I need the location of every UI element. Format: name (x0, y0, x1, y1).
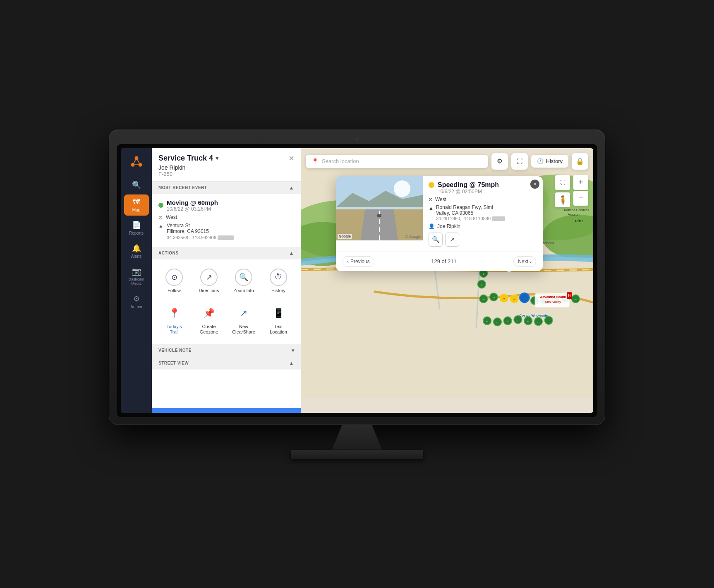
popup-search-button[interactable]: 🔍 (429, 233, 443, 247)
svg-text:←: ← (516, 318, 520, 322)
popup-address-street: Ronald Reagan Fwy, Simi (436, 204, 505, 210)
sidebar-item-map[interactable]: 🗺 Map (124, 194, 149, 216)
fullscreen-button[interactable]: ⛶ (511, 153, 528, 170)
svg-rect-80 (377, 214, 381, 217)
popup-event-row: Speeding @ 75mph 10/6/22 @ 02:50PM (429, 181, 537, 194)
settings-icon: ⚙ (497, 157, 503, 165)
section-actions-header[interactable]: ACTIONS ▲ (152, 247, 301, 259)
next-button[interactable]: Next › (513, 256, 536, 267)
popup-address-row: ▲ Ronald Reagan Fwy, Simi Valley, CA 930… (429, 204, 537, 221)
map-background: Piru Buckhorn Rancho Camulos Museum 📍 12… (301, 148, 593, 413)
event-address-detail: Ventura St Fillmore, CA 93015 34.393568,… (167, 223, 234, 240)
text-location-button[interactable]: 📱 TextLocation (263, 300, 294, 339)
create-geozone-button[interactable]: 📌 CreateGeozone (193, 300, 225, 339)
svg-text:←: ← (537, 320, 540, 324)
zoom-into-button[interactable]: 🔍 Zoom Into (228, 264, 259, 297)
history-action-label: History (271, 288, 285, 293)
vehicle-note-label: VEHICLE NOTE (158, 348, 192, 353)
geozone-label: CreateGeozone (200, 324, 218, 335)
popup-address-city: Valley, CA 93065 (436, 210, 505, 216)
clearshare-button[interactable]: ↗ NewClearShare (228, 300, 259, 339)
monitor-base (291, 450, 423, 459)
monitor-neck (332, 425, 382, 450)
svg-text:←: ← (496, 320, 499, 324)
chevron-down-icon[interactable]: ▾ (216, 155, 218, 161)
todays-trail-button[interactable]: 📍 Today'sTrail (158, 300, 190, 339)
expand-map-button[interactable]: ⛶ (555, 175, 570, 190)
history-button[interactable]: ⏱ History (263, 264, 294, 297)
popup-close-button[interactable]: × (530, 180, 539, 189)
google-watermark: © Google (405, 235, 421, 239)
event-time: 10/6/22 @ 03:26PM (167, 206, 218, 212)
sidebar-item-reports[interactable]: 📄 Reports (124, 217, 149, 239)
panel-header: Service Truck 4 ▾ ✕ Joe Ripkin F-250 (152, 148, 301, 182)
sidebar-item-dashcam[interactable]: 📷 Dashcam Media (124, 264, 149, 290)
street-view-header[interactable]: STREET VIEW ▲ (152, 357, 301, 370)
zoom-label: Zoom Into (233, 288, 254, 293)
sidebar-item-admin[interactable]: ⚙ Admin (124, 291, 149, 312)
search-icon: 🔍 (132, 180, 141, 190)
chevron-up-icon: ▲ (289, 185, 294, 191)
popup-driver-row: 👤 Joe Ripkin (429, 223, 537, 229)
previous-label: Previous (350, 259, 370, 264)
vehicle-title: Service Truck 4 ▾ (158, 154, 218, 163)
actions-section: ⊙ Follow ↗ Directions 🔍 Zoom Into (152, 259, 301, 344)
popup-directions-button[interactable]: ↗ (445, 233, 459, 247)
status-dot-moving (158, 203, 163, 208)
svg-text:←: ← (486, 319, 489, 323)
svg-text:Simi Valley: Simi Valley (545, 300, 561, 303)
directions-icon: ↗ (200, 269, 218, 286)
person-view-button[interactable]: 🧍 (555, 192, 570, 207)
clearshare-icon: ↗ (235, 305, 252, 322)
app-sidebar: 🔍 🗺 Map 📄 Reports 🔔 Alerts (121, 148, 152, 413)
vehicle-note-header[interactable]: VEHICLE NOTE ▾ (152, 344, 301, 357)
street-view-section: STREET VIEW ▲ (152, 357, 301, 370)
event-address-street: Ventura St (167, 223, 234, 228)
directions-button[interactable]: ↗ Directions (193, 264, 225, 297)
svg-rect-73 (336, 207, 423, 209)
popup-event-title: Speeding @ 75mph (438, 181, 499, 189)
svg-text:→: → (492, 295, 496, 299)
zoom-icon: 🔍 (235, 269, 252, 286)
svg-text:Rancho Camulos: Rancho Camulos (564, 208, 589, 212)
lock-icon: 🔒 (576, 157, 584, 165)
sidebar-item-search[interactable]: 🔍 (124, 177, 149, 193)
history-map-label: History (546, 158, 563, 164)
svg-text:←: ← (506, 319, 509, 323)
settings-map-button[interactable]: ⚙ (491, 153, 508, 170)
svg-text:→: → (482, 297, 485, 301)
fullscreen-icon: ⛶ (517, 158, 522, 165)
directions-label: Directions (199, 288, 219, 293)
lock-button[interactable]: 🔒 (572, 153, 588, 170)
vehicle-note-section: VEHICLE NOTE ▾ (152, 344, 301, 357)
event-direction: West (166, 214, 177, 220)
popup-close-icon: × (533, 181, 536, 187)
popup-search-icon: 🔍 (432, 236, 440, 243)
vehicle-model: F-250 (158, 171, 294, 177)
zoom-in-button[interactable]: + (573, 175, 588, 190)
popup-details: Speeding @ 75mph 10/6/22 @ 02:50PM ⊘ Wes… (423, 176, 543, 252)
previous-button[interactable]: ‹ Previous (343, 256, 374, 267)
actions-grid: ⊙ Follow ↗ Directions 🔍 Zoom Into (158, 264, 294, 339)
follow-button[interactable]: ⊙ Follow (158, 264, 190, 297)
sidebar-dashcam-label: Dashcam Media (126, 277, 147, 286)
svg-text:→: → (502, 296, 506, 300)
screen: 🔍 🗺 Map 📄 Reports 🔔 Alerts (121, 148, 593, 413)
location-icon: ▲ (158, 223, 163, 229)
follow-icon: ⊙ (165, 269, 183, 286)
sidebar-item-alerts[interactable]: 🔔 Alerts (124, 240, 149, 262)
popup-actions: 🔍 ↗ (429, 233, 537, 247)
reports-icon: 📄 (132, 221, 141, 230)
popup-street-view-image: Google © Google (336, 176, 423, 240)
event-address-row: ▲ Ventura St Fillmore, CA 93015 34.39356… (158, 223, 294, 240)
close-panel-button[interactable]: ✕ (289, 154, 294, 162)
section-recent-header[interactable]: MOST RECENT EVENT ▲ (152, 182, 301, 194)
dashcam-icon: 📷 (132, 267, 141, 276)
history-map-button[interactable]: 🕐 History (531, 155, 568, 168)
section-actions-label: ACTIONS (158, 251, 179, 255)
event-address-city: Fillmore, CA 93015 (167, 228, 234, 234)
zoom-out-button[interactable]: − (573, 191, 588, 206)
driver-name: Joe Ripkin (158, 164, 294, 171)
admin-icon: ⚙ (133, 294, 140, 303)
search-box[interactable]: 📍 Search location (306, 155, 488, 168)
